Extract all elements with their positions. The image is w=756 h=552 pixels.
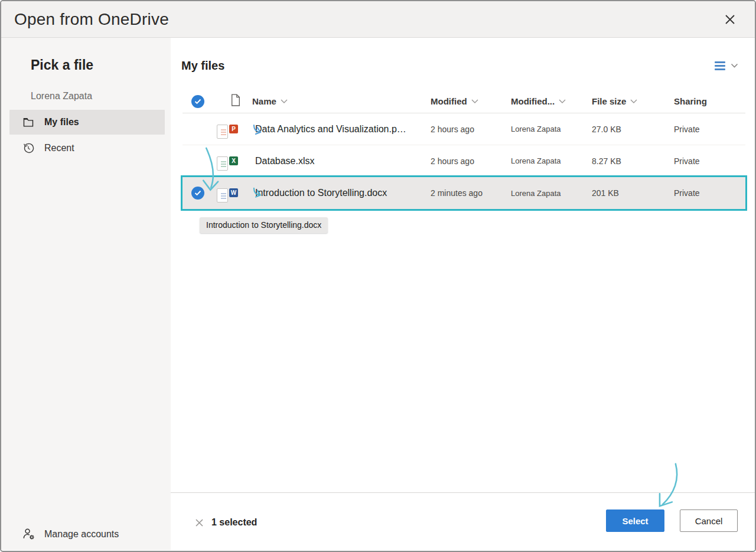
history-icon	[22, 142, 34, 154]
sort-chevron-icon	[630, 99, 637, 104]
selected-count-label: 1 selected	[211, 517, 257, 528]
file-modified: 2 hours ago	[431, 125, 511, 134]
close-button[interactable]	[719, 9, 741, 30]
column-header-modified-by[interactable]: Modified...	[511, 96, 592, 106]
column-header-file-size[interactable]: File size	[592, 96, 674, 106]
sidebar-item-label: My files	[44, 117, 79, 128]
sort-chevron-icon	[281, 99, 288, 104]
sidebar-heading: Pick a file	[31, 57, 171, 73]
file-row-introduction-to-storytelling[interactable]: W Introduction to Storytelling.docx 2 mi…	[183, 177, 745, 209]
sort-chevron-icon	[471, 99, 478, 104]
sort-chevron-icon	[559, 99, 566, 104]
selection-info: 1 selected	[195, 517, 257, 528]
file-name: Introduction to Storytelling.docx	[252, 188, 431, 198]
list-view-icon	[715, 61, 725, 70]
sidebar-item-my-files[interactable]: My files	[9, 110, 165, 135]
file-modified-by: Lorena Zapata	[511, 156, 592, 165]
document-icon	[230, 93, 241, 107]
sidebar: Pick a file Lorena Zapata My files Recen…	[1, 38, 171, 550]
close-icon	[725, 14, 735, 25]
onedrive-open-dialog: Open from OneDrive Pick a file Lorena Za…	[0, 0, 756, 552]
chevron-down-icon	[731, 63, 738, 68]
file-name-tooltip: Introduction to Storytelling.docx	[200, 217, 328, 233]
file-name: Data Analytics and Visualization.p…	[252, 124, 431, 135]
file-modified: 2 hours ago	[431, 156, 511, 166]
check-icon	[194, 190, 201, 196]
file-modified: 2 minutes ago	[431, 188, 511, 198]
sidebar-item-label: Recent	[44, 143, 74, 153]
file-sharing: Private	[674, 188, 745, 198]
file-size: 27.0 KB	[592, 125, 674, 134]
dialog-title: Open from OneDrive	[14, 10, 169, 29]
cancel-button[interactable]: Cancel	[680, 509, 738, 532]
file-sharing: Private	[674, 125, 745, 134]
file-row-data-analytics[interactable]: P Data Analytics and Visualization.p… 2 …	[183, 113, 745, 145]
column-header-modified[interactable]: Modified	[431, 96, 511, 106]
column-header-sharing[interactable]: Sharing	[674, 96, 745, 106]
file-row-database[interactable]: X Database.xlsx 2 hours ago Lorena Zapat…	[183, 145, 745, 177]
file-modified-by: Lorena Zapata	[511, 125, 592, 133]
sidebar-item-recent[interactable]: Recent	[9, 136, 165, 161]
manage-accounts-label: Manage accounts	[44, 529, 119, 540]
account-name: Lorena Zapata	[31, 91, 171, 102]
file-type-column-icon	[226, 93, 252, 109]
file-name: Database.xlsx	[252, 156, 431, 166]
dialog-footer: 1 selected Select Cancel	[171, 492, 755, 550]
table-header-row: Name Modified Modified... File size	[183, 90, 745, 113]
view-switcher-button[interactable]	[715, 61, 738, 70]
dialog-titlebar: Open from OneDrive	[1, 1, 755, 38]
folder-title: My files	[181, 59, 224, 73]
file-size: 201 KB	[592, 188, 674, 198]
folder-icon	[22, 116, 34, 128]
file-modified-by: Lorena Zapata	[511, 189, 592, 198]
column-header-name[interactable]: Name	[252, 96, 431, 106]
person-gear-icon	[22, 527, 35, 541]
select-all-checkbox[interactable]	[183, 95, 226, 108]
file-picker-main: My files Name	[171, 38, 755, 550]
check-icon	[194, 99, 201, 104]
select-button[interactable]: Select	[606, 509, 664, 532]
clear-selection-button[interactable]	[195, 518, 204, 527]
file-table: Name Modified Modified... File size	[183, 90, 745, 209]
close-icon	[195, 518, 204, 527]
file-size: 8.27 KB	[592, 156, 674, 166]
manage-accounts-button[interactable]: Manage accounts	[22, 527, 119, 541]
file-sharing: Private	[674, 156, 745, 166]
